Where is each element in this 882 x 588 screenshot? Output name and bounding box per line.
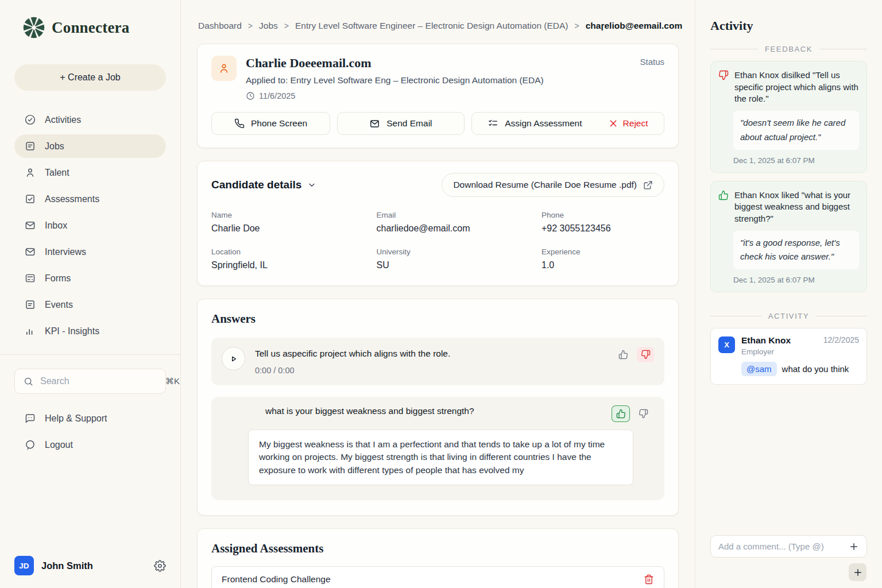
- gear-icon[interactable]: [154, 560, 166, 572]
- comment-box[interactable]: [710, 535, 867, 558]
- activity-panel: Activity FEEDBACK Ethan Knox disilked "T…: [695, 0, 882, 588]
- sidebar-item-inbox[interactable]: Inbox: [14, 214, 166, 237]
- feedback-date: Dec 1, 2025 at 6:07 PM: [733, 156, 859, 165]
- floating-plus-button[interactable]: [849, 563, 866, 581]
- sidebar-item-label: Interviews: [45, 247, 86, 257]
- download-resume-label: Download Resume (Charile Doe Resume .pdf…: [453, 180, 637, 190]
- download-resume-button[interactable]: Download Resume (Charile Doe Resume .pdf…: [442, 173, 664, 197]
- sidebar-item-activities[interactable]: Activities: [14, 108, 166, 131]
- sidebar-item-label: Jobs: [45, 141, 64, 152]
- feedback-item: Ethan Knox disilked "Tell us specific pr…: [710, 61, 867, 173]
- sidebar-item-kpi-insights[interactable]: KPI - Insights: [14, 319, 166, 343]
- create-job-button[interactable]: + Create a Job: [14, 64, 166, 91]
- add-comment-plus-icon[interactable]: [849, 541, 859, 552]
- feedback-text: Ethan Knox disilked "Tell us specific pr…: [734, 69, 859, 105]
- app-logo: Connectera: [21, 15, 166, 40]
- applied-date: 11/6/2025: [259, 91, 295, 100]
- feedback-section-label: FEEDBACK: [710, 45, 867, 53]
- breadcrumb-dashboard[interactable]: Dashboard: [198, 21, 242, 31]
- feedback-item: Ethan Knox liked "what is your biggest w…: [710, 181, 867, 293]
- feedback-quote: "it's a good response, let's check his v…: [733, 231, 859, 270]
- thumbs-up-icon: [718, 190, 729, 200]
- assign-assessment-button[interactable]: Assign Assessment Reject: [471, 112, 664, 135]
- sidebar-nav: Activities Jobs Talent Assessments Inbox: [14, 108, 166, 343]
- check-circle-icon: [24, 114, 36, 126]
- main-content: Dashboard > Jobs > Entry Level Software …: [181, 0, 695, 588]
- mail-open-icon: [24, 246, 36, 258]
- sidebar-item-label: Talent: [45, 168, 69, 178]
- candidate-header-card: Charlie Doeeemail.com Applied to: Entry …: [197, 44, 679, 148]
- phone-screen-button[interactable]: Phone Screen: [211, 112, 330, 135]
- activity-section-label: ACTIVITY: [710, 312, 867, 320]
- activity-message: what do you think: [782, 364, 849, 374]
- thumbs-up-icon[interactable]: [612, 406, 629, 421]
- assessment-row: Frontend Coding Challenge: [211, 566, 664, 588]
- candidate-details-toggle[interactable]: Candidate details: [211, 179, 316, 191]
- thumbs-down-icon[interactable]: [637, 347, 654, 362]
- play-button[interactable]: [222, 347, 245, 370]
- mail-icon: [24, 219, 36, 231]
- sidebar-item-label: Assessments: [45, 194, 99, 204]
- activity-user-name: Ethan Knox: [741, 335, 791, 345]
- phone-screen-label: Phone Screen: [251, 118, 307, 129]
- note-icon: [24, 299, 36, 311]
- answers-title: Answers: [211, 312, 664, 326]
- field-experience: Experience 1.0: [541, 247, 664, 270]
- search-input[interactable]: [40, 376, 159, 386]
- assessment-name: Frontend Coding Challenge: [222, 574, 331, 585]
- sidebar-item-label: Activities: [45, 115, 81, 125]
- speech-bubble-icon: [24, 439, 36, 451]
- breadcrumb-separator: >: [248, 21, 253, 30]
- activity-user-role: Employer: [741, 347, 791, 356]
- field-phone: Phone +92 3055123456: [541, 211, 664, 234]
- thumbs-down-icon: [718, 70, 729, 80]
- reject-button[interactable]: Reject: [609, 118, 648, 129]
- send-email-button[interactable]: Send Email: [337, 112, 465, 135]
- person-icon: [24, 167, 36, 179]
- candidate-name: Charlie Doeeemail.com: [246, 56, 544, 71]
- field-name: Name Charlie Doe: [211, 211, 365, 234]
- checklist-icon: [488, 118, 498, 129]
- breadcrumb-jobs[interactable]: Jobs: [259, 21, 278, 31]
- clock-icon: [246, 91, 255, 100]
- thumbs-up-icon[interactable]: [614, 347, 632, 362]
- sidebar-item-interviews[interactable]: Interviews: [14, 240, 166, 264]
- sidebar-item-events[interactable]: Events: [14, 293, 166, 316]
- sidebar-item-label: Events: [45, 300, 73, 310]
- feedback-text: Ethan Knox liked "what is your biggest w…: [734, 189, 859, 225]
- candidate-details-title: Candidate details: [211, 179, 301, 191]
- question-text: Tell us aspecific project which aligns w…: [255, 349, 450, 359]
- bar-chart-icon: [24, 325, 36, 337]
- thumbs-down-icon[interactable]: [635, 406, 652, 421]
- chevron-down-icon: [307, 180, 316, 189]
- chat-bubble-icon: [24, 412, 36, 424]
- breadcrumb-separator: >: [284, 21, 289, 30]
- sidebar-item-talent[interactable]: Talent: [14, 161, 166, 184]
- external-link-icon: [643, 180, 653, 190]
- answer-item-text: what is your biggest weakness and bigges…: [211, 397, 664, 500]
- reject-label: Reject: [623, 118, 648, 129]
- sidebar-item-forms[interactable]: Forms: [14, 266, 166, 290]
- field-university: University SU: [377, 247, 531, 270]
- sidebar-item-logout[interactable]: Logout: [14, 433, 166, 457]
- activity-date: 12/2/2025: [823, 335, 859, 345]
- user-profile[interactable]: JD John Smith: [14, 556, 166, 575]
- trash-icon[interactable]: [644, 574, 654, 585]
- breadcrumb-job-title[interactable]: Entry Level Software Engineer – Electron…: [295, 21, 568, 31]
- assigned-assessments-card: Assigned Assessments Frontend Coding Cha…: [197, 528, 679, 588]
- sidebar-item-jobs[interactable]: Jobs: [14, 134, 166, 158]
- mention-tag[interactable]: @sam: [741, 362, 777, 376]
- envelope-icon: [369, 118, 380, 129]
- form-icon: [24, 272, 36, 284]
- checkbox-icon: [24, 193, 36, 205]
- comment-input[interactable]: [718, 541, 849, 551]
- search-box[interactable]: ⌘K: [14, 369, 166, 394]
- field-location: Location Springfield, IL: [211, 247, 365, 270]
- send-email-label: Send Email: [386, 118, 432, 129]
- candidate-avatar-icon: [211, 56, 237, 81]
- sidebar-item-assessments[interactable]: Assessments: [14, 187, 166, 211]
- applied-to-text: Applied to: Entry Level Software Eng – E…: [246, 75, 544, 86]
- assigned-assessments-title: Assigned Assessments: [211, 541, 664, 556]
- field-email: Email charliedoe@email.com: [377, 211, 531, 234]
- sidebar-item-help-support[interactable]: Help & Support: [14, 407, 166, 430]
